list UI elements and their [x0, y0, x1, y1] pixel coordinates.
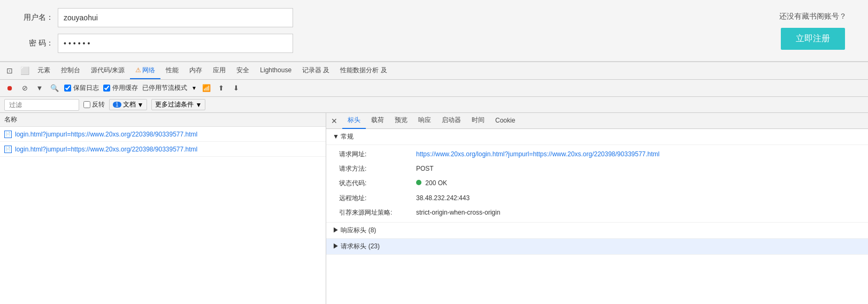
devtools-tab-bar: ⊡ ⬜ 元素 控制台 源代码/来源 ⚠网络 性能 内存 应用 安全 Lighth… [0, 62, 868, 80]
webpage-top: 用户名： 密 码： 还没有藏书阁账号？ 立即注册 [0, 0, 868, 62]
more-filters-btn[interactable]: 更多过滤条件 ▼ [151, 99, 205, 110]
panel-tab-preview[interactable]: 预览 [389, 113, 413, 129]
doc-badge: 1 [113, 102, 121, 108]
record-btn[interactable]: ⏺ [4, 83, 15, 94]
main-content: 名称 📄 login.html?jumpurl=https://www.20xs… [0, 113, 868, 304]
general-section-header[interactable]: ▼ 常规 [326, 129, 868, 145]
close-panel-btn[interactable]: ✕ [328, 115, 340, 127]
register-area: 还没有藏书阁账号？ 立即注册 [779, 12, 847, 50]
username-label: 用户名： [21, 13, 53, 22]
more-filters-arrow: ▼ [195, 101, 202, 109]
password-input[interactable] [58, 34, 293, 53]
tab-elements[interactable]: 元素 [32, 63, 56, 79]
invert-filter-checkbox[interactable] [83, 101, 90, 108]
filter-icon-btn[interactable]: ▼ [34, 83, 45, 94]
response-headers-section[interactable]: ▶ 响应标头 (8) [326, 223, 868, 239]
network-toolbar: ⏺ ⊘ ▼ 🔍 保留日志 停用缓存 已停用节流模式 ▼ 📶 ⬆ ⬇ [0, 80, 868, 97]
tab-recorder[interactable]: 记录器 及 [297, 63, 335, 79]
login-form: 用户名： 密 码： [21, 8, 293, 53]
panel-tab-timing[interactable]: 时间 [466, 113, 490, 129]
tab-performance[interactable]: 性能 [160, 63, 184, 79]
username-input[interactable] [58, 8, 293, 27]
doc-icon-1: 📄 [4, 131, 12, 138]
referrer-policy-row: 引荐来源网址策略: strict-origin-when-cross-origi… [326, 206, 868, 220]
panel-tab-response[interactable]: 响应 [413, 113, 436, 129]
tab-console[interactable]: 控制台 [56, 63, 86, 79]
device-toolbar-btn[interactable]: ⬜ [17, 63, 32, 78]
disable-cache-checkbox[interactable] [103, 85, 110, 92]
headers-panel: ✕ 标头 载荷 预览 响应 启动器 时间 Cookie ▼ 常规 请求网址: h… [326, 113, 868, 304]
password-row: 密 码： [21, 34, 293, 53]
headers-content: ▼ 常规 请求网址: https://www.20xs.org/login.ht… [326, 129, 868, 255]
request-url-value: https://www.20xs.org/login.html?jumpurl=… [416, 149, 659, 159]
request-list: 名称 📄 login.html?jumpurl=https://www.20xs… [0, 113, 326, 304]
panel-tab-payload[interactable]: 载荷 [366, 113, 389, 129]
request-url-link[interactable]: https://www.20xs.org/login.html?jumpurl=… [416, 150, 659, 158]
disable-cache-label[interactable]: 停用缓存 [103, 83, 138, 93]
throttle-select[interactable]: 已停用节流模式 [142, 83, 187, 93]
tab-memory[interactable]: 内存 [184, 63, 208, 79]
preserve-log-checkbox[interactable] [64, 85, 71, 92]
tab-sources[interactable]: 源代码/来源 [86, 63, 130, 79]
preserve-log-label[interactable]: 保留日志 [64, 83, 99, 93]
panel-tab-cookie[interactable]: Cookie [490, 113, 520, 128]
doc-icon-2: 📄 [4, 146, 12, 153]
password-label: 密 码： [21, 39, 53, 48]
list-item[interactable]: 📄 login.html?jumpurl=https://www.20xs.or… [0, 127, 326, 142]
wifi-icon-btn[interactable]: 📶 [201, 83, 212, 94]
panel-tab-headers[interactable]: 标头 [342, 113, 366, 129]
invert-filter-label[interactable]: 反转 [83, 100, 105, 109]
panel-tabs: ✕ 标头 载荷 预览 响应 启动器 时间 Cookie [326, 113, 868, 129]
panel-tab-initiator[interactable]: 启动器 [436, 113, 466, 129]
inspect-icon-btn[interactable]: ⊡ [2, 63, 17, 78]
register-prompt: 还没有藏书阁账号？ [779, 12, 847, 21]
tab-security[interactable]: 安全 [231, 63, 255, 79]
clear-btn[interactable]: ⊘ [19, 83, 30, 94]
upload-icon-btn[interactable]: ⬆ [216, 83, 227, 94]
request-url-row: 请求网址: https://www.20xs.org/login.html?ju… [326, 147, 868, 162]
tab-perf-insights[interactable]: 性能数据分析 及 [335, 63, 392, 79]
tab-network[interactable]: ⚠网络 [130, 63, 160, 79]
username-row: 用户名： [21, 8, 293, 27]
request-headers-section[interactable]: ▶ 请求标头 (23) [326, 239, 868, 255]
request-method-row: 请求方法: POST [326, 162, 868, 176]
register-button[interactable]: 立即注册 [781, 28, 845, 50]
tab-lighthouse[interactable]: Lighthouse [255, 63, 297, 78]
general-section-body: 请求网址: https://www.20xs.org/login.html?ju… [326, 145, 868, 223]
doc-filter-btn[interactable]: 1 文档 ▼ [109, 99, 147, 110]
status-dot [416, 180, 421, 185]
tab-application[interactable]: 应用 [208, 63, 231, 79]
doc-filter-arrow: ▼ [137, 101, 144, 109]
list-header: 名称 [0, 113, 326, 127]
warning-icon: ⚠ [135, 66, 141, 74]
list-item-2[interactable]: 📄 login.html?jumpurl=https://www.20xs.or… [0, 142, 326, 157]
filter-input[interactable] [4, 99, 79, 111]
search-icon-btn[interactable]: 🔍 [49, 83, 60, 94]
download-icon-btn[interactable]: ⬇ [231, 83, 242, 94]
status-code-row: 状态代码: 200 OK [326, 176, 868, 191]
filter-bar: 反转 1 文档 ▼ 更多过滤条件 ▼ [0, 97, 868, 113]
throttle-arrow[interactable]: ▼ [191, 85, 197, 91]
remote-address-row: 远程地址: 38.48.232.242:443 [326, 191, 868, 206]
